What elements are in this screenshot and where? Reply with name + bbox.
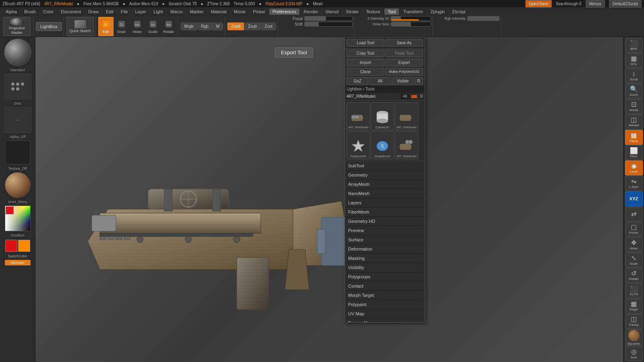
- rotate-button[interactable]: Ro Rotate: [161, 17, 176, 36]
- alternate-button[interactable]: Alternate: [5, 260, 31, 265]
- bpr-button[interactable]: ⬛ BPR: [625, 38, 643, 53]
- import-button[interactable]: Import: [347, 59, 384, 66]
- shift-slider[interactable]: [304, 22, 353, 27]
- visible-button[interactable]: Visible: [392, 77, 414, 85]
- edit-button[interactable]: E Edit: [98, 17, 114, 36]
- menu-movie[interactable]: Movie: [231, 8, 249, 15]
- tool-thumb-cylinder[interactable]: Cylinder3D: [371, 102, 394, 130]
- alpha-off-swatch[interactable]: —: [4, 107, 31, 133]
- menu-macro[interactable]: Macro: [167, 8, 186, 15]
- menu-stroke[interactable]: Stroke: [343, 8, 362, 15]
- menu-picker[interactable]: Picker: [250, 8, 268, 15]
- move-right-button[interactable]: ✥ Move: [625, 237, 643, 252]
- zadd-button[interactable]: Zadd: [227, 23, 244, 30]
- lightbox-button[interactable]: LightBox: [36, 22, 62, 31]
- projection-master-button[interactable]: Projection Master: [3, 17, 31, 36]
- tool-thumb-polymesh[interactable]: PolyMesh3D: [347, 131, 370, 159]
- color-picker[interactable]: [5, 206, 31, 231]
- layers-item[interactable]: Layers: [345, 198, 425, 208]
- ins-fill-button[interactable]: ⬛ Ins Fill: [625, 284, 643, 298]
- menu-texture[interactable]: Texture: [363, 8, 384, 15]
- contact-item[interactable]: Contact: [345, 282, 425, 291]
- canvas-area[interactable]: Export Tool Load Tool Save As Copy Tool …: [35, 37, 623, 362]
- background-color[interactable]: [18, 240, 30, 252]
- clone-button[interactable]: Clone: [347, 68, 384, 76]
- dynamic-button[interactable]: Dynamic: [625, 329, 643, 346]
- goz-button[interactable]: GoZ: [347, 77, 368, 85]
- fibermesh-item[interactable]: FiberMesh: [345, 208, 425, 217]
- polypaint-item[interactable]: Polypaint: [345, 300, 425, 309]
- zsub-button[interactable]: Zsub: [244, 23, 260, 30]
- solo-button[interactable]: ◎ Solo: [625, 346, 643, 361]
- draw-button[interactable]: D Draw: [114, 17, 129, 36]
- all-button[interactable]: All: [369, 77, 391, 85]
- rgb-button[interactable]: Rgb: [198, 23, 212, 30]
- tool-thumb-rifle3[interactable]: 4R7_RifleModel: [395, 131, 418, 159]
- focal-slider[interactable]: [304, 16, 353, 21]
- menu-transform[interactable]: Transform: [400, 8, 426, 15]
- tool-thumb-rifle2[interactable]: 4R7_RifleModel: [395, 102, 418, 130]
- menu-document[interactable]: Document: [58, 8, 84, 15]
- subtool-item[interactable]: SubTool: [345, 161, 425, 171]
- menu-layer[interactable]: Layer: [132, 8, 150, 15]
- masking-item[interactable]: Masking: [345, 254, 425, 263]
- nanomesh-item[interactable]: NanoMesh: [345, 189, 425, 198]
- menu-light[interactable]: Light: [150, 8, 166, 15]
- frame-button[interactable]: ▢ Frame: [625, 222, 643, 237]
- arraymesh-item[interactable]: ArrayMesh: [345, 180, 425, 189]
- tool-thumb-rifle1[interactable]: 4R7_RifleModel: [347, 102, 370, 130]
- geometry-hd-item[interactable]: Geometry HD: [345, 217, 425, 226]
- menu-brush[interactable]: Brush: [21, 8, 39, 15]
- switch-color-button[interactable]: SwitchColor: [8, 254, 27, 258]
- menu-alpha[interactable]: Alpha: [2, 8, 20, 15]
- polygroups-item[interactable]: Polygroups: [345, 272, 425, 282]
- foreground-color[interactable]: [5, 240, 17, 252]
- lsym-button[interactable]: ⇋ L.Sym: [625, 176, 643, 191]
- r-top-button[interactable]: R: [415, 77, 423, 85]
- menu-draw[interactable]: Draw: [85, 8, 102, 15]
- m-button[interactable]: M: [213, 23, 223, 30]
- surface-item[interactable]: Surface: [345, 235, 425, 245]
- local-button[interactable]: ◉ Local: [625, 160, 643, 175]
- menu-zplugin[interactable]: Zplugin: [427, 8, 448, 15]
- move-button[interactable]: Mv Move: [130, 17, 145, 36]
- scale-button[interactable]: Sc Scale: [145, 17, 161, 36]
- menu-file[interactable]: File: [118, 8, 131, 15]
- visibility-item[interactable]: Visibility: [345, 263, 425, 272]
- menu-stencil[interactable]: Stencil: [322, 8, 342, 15]
- zoom-button[interactable]: 🔍 Zoom: [625, 84, 643, 99]
- spix-button[interactable]: ▦ SPix: [625, 53, 643, 68]
- active-tool-r[interactable]: R: [420, 94, 423, 99]
- copy-tool-button[interactable]: Copy Tool: [347, 49, 384, 57]
- geometry-item[interactable]: Geometry: [345, 171, 425, 180]
- preview-item[interactable]: Preview: [345, 226, 425, 235]
- menu-color[interactable]: Color: [40, 8, 57, 15]
- draw-size-slider[interactable]: [391, 22, 431, 27]
- make-polymesh3d-button[interactable]: Make PolyMesh3D: [385, 68, 423, 76]
- shiny-material-swatch[interactable]: [5, 172, 31, 198]
- save-as-button[interactable]: Save As: [385, 39, 423, 47]
- scale-right-button[interactable]: ⤡ Scale: [625, 253, 643, 267]
- quicksave-button[interactable]: QuickSave: [525, 0, 552, 8]
- mrgb-button[interactable]: Mrgb: [181, 23, 197, 30]
- menu-zscript[interactable]: Zscript: [449, 8, 469, 15]
- menu-edit[interactable]: Edit: [103, 8, 117, 15]
- menu-marker[interactable]: Marker: [187, 8, 207, 15]
- menu-material[interactable]: Material: [208, 8, 230, 15]
- export-button[interactable]: Export: [385, 59, 423, 66]
- texture-off-swatch[interactable]: [5, 140, 31, 165]
- actual-button[interactable]: ⊡ Actual: [625, 99, 643, 114]
- rgb-intensity-slider[interactable]: [467, 16, 500, 21]
- transp-button[interactable]: ◫ Transp: [625, 314, 643, 329]
- floor-button[interactable]: ⬜ Floor: [625, 145, 643, 160]
- tool-thumb-simplebrush[interactable]: S SimpleBrush: [371, 131, 394, 159]
- persp-button[interactable]: ▦ Persp: [625, 130, 643, 145]
- default-zscript-button[interactable]: DefaultZScript: [609, 0, 642, 8]
- dots-swatch[interactable]: [4, 74, 31, 99]
- uv-map-item[interactable]: UV Map: [345, 309, 425, 319]
- deformation-item[interactable]: Deformation: [345, 245, 425, 254]
- standard-material-swatch[interactable]: [4, 39, 31, 66]
- morph-target-item[interactable]: Morph Target: [345, 291, 425, 300]
- load-tool-button[interactable]: Load Tool: [347, 39, 384, 47]
- menus-button[interactable]: Menus: [586, 0, 605, 8]
